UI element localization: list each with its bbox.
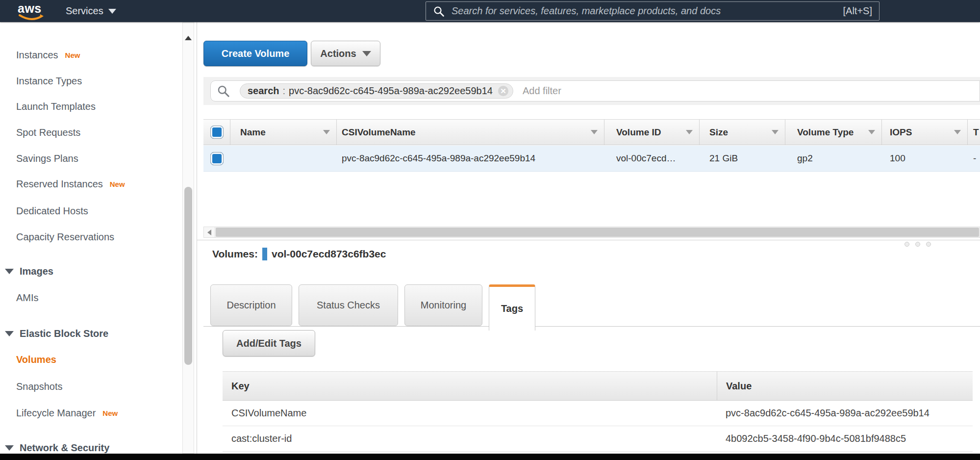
section-collapse-icon xyxy=(5,331,14,336)
tag-key: cast:cluster-id xyxy=(223,433,717,444)
tag-key: CSIVolumeName xyxy=(223,408,717,419)
sidebar-item-instance-types[interactable]: Instance Types xyxy=(0,75,82,87)
row-checkbox[interactable] xyxy=(210,152,224,165)
detail-heading: Volumes: vol-00c7ecd873c6fb3ec xyxy=(212,248,386,260)
column-label: CSIVolumeName xyxy=(337,127,416,138)
horizontal-scrollbar[interactable] xyxy=(203,227,980,238)
sort-icon[interactable] xyxy=(686,130,693,134)
sidebar-item-label: Capacity Reservations xyxy=(16,231,114,243)
sidebar-item-label: Dedicated Hosts xyxy=(16,205,88,217)
create-volume-button[interactable]: Create Volume xyxy=(203,41,307,66)
actions-button[interactable]: Actions xyxy=(311,41,380,66)
tab-monitoring[interactable]: Monitoring xyxy=(404,284,482,326)
row-checkbox-cell xyxy=(203,146,230,171)
sidebar-section-images[interactable]: Images xyxy=(0,265,53,278)
column-label: Volume ID xyxy=(604,127,661,138)
chevron-down-icon xyxy=(362,51,371,56)
volume-table-row[interactable]: pvc-8ac9d62c-c645-495a-989a-ac292ee59b14… xyxy=(203,146,980,172)
cell-iops: 100 xyxy=(882,146,968,171)
sidebar-item-lifecycle-manager[interactable]: Lifecycle Manager New xyxy=(0,407,118,419)
tab-tags[interactable]: Tags xyxy=(489,284,535,331)
top-navbar: aws Services [Alt+S] xyxy=(0,0,980,22)
column-label: IOPS xyxy=(882,127,912,138)
sidebar-item-label: Reserved Instances xyxy=(16,179,103,190)
column-header-iops[interactable]: IOPS xyxy=(882,120,968,145)
column-label: Volume Type xyxy=(785,127,854,138)
tab-status-checks[interactable]: Status Checks xyxy=(299,284,398,326)
column-header-truncated[interactable]: T xyxy=(968,120,980,145)
sidebar-item-capacity-reservations[interactable]: Capacity Reservations xyxy=(0,230,114,243)
selection-marker xyxy=(262,248,267,260)
sort-icon[interactable] xyxy=(591,130,598,134)
sidebar-item-label: Snapshots xyxy=(16,381,63,392)
tab-description[interactable]: Description xyxy=(210,284,292,326)
scroll-up-icon[interactable] xyxy=(185,36,192,40)
column-header-volume-type[interactable]: Volume Type xyxy=(785,120,882,145)
sidebar-section-label: Network & Security xyxy=(20,442,109,454)
bottom-bar xyxy=(0,454,980,460)
cell-truncated: - xyxy=(968,146,980,171)
search-shortcut-hint: [Alt+S] xyxy=(843,5,872,17)
new-badge: New xyxy=(102,409,118,417)
sidebar-item-label: Savings Plans xyxy=(16,153,78,164)
services-label: Services xyxy=(66,5,103,17)
sidebar-item-label: Instance Types xyxy=(16,76,82,87)
scroll-left-icon[interactable] xyxy=(204,227,215,237)
sort-icon[interactable] xyxy=(772,130,779,134)
filter-tag-separator: : xyxy=(283,85,286,97)
column-header-csivolumename[interactable]: CSIVolumeName xyxy=(337,120,604,145)
aws-logo-text: aws xyxy=(18,2,46,15)
sidebar-item-reserved-instances[interactable]: Reserved Instances New xyxy=(0,178,125,190)
services-menu[interactable]: Services xyxy=(62,0,120,22)
search-icon xyxy=(433,5,445,17)
sidebar-scrollbar[interactable] xyxy=(182,22,194,454)
cell-csivolumename: pvc-8ac9d62c-c645-495a-989a-ac292ee59b14 xyxy=(337,146,604,171)
sidebar-item-label: Volumes xyxy=(16,354,56,365)
sidebar-item-amis[interactable]: AMIs xyxy=(0,291,39,304)
global-search-input[interactable] xyxy=(451,5,837,17)
global-search-bar[interactable]: [Alt+S] xyxy=(426,1,879,21)
sort-icon[interactable] xyxy=(868,130,875,134)
horizontal-scrollbar-thumb[interactable] xyxy=(216,228,979,237)
filter-search-box[interactable]: search : pvc-8ac9d62c-c645-495a-989a-ac2… xyxy=(210,80,980,102)
cell-name xyxy=(230,146,337,171)
aws-logo[interactable]: aws xyxy=(18,2,46,21)
select-all-checkbox[interactable] xyxy=(210,126,224,139)
section-collapse-icon xyxy=(5,445,14,451)
add-filter-placeholder[interactable]: Add filter xyxy=(523,85,561,97)
sidebar-scrollbar-thumb[interactable] xyxy=(184,187,192,365)
sidebar-item-spot-requests[interactable]: Spot Requests xyxy=(0,126,80,139)
sidebar-item-snapshots[interactable]: Snapshots xyxy=(0,380,63,393)
sidebar-item-label: Spot Requests xyxy=(16,127,80,138)
sort-icon[interactable] xyxy=(954,130,961,134)
sidebar-item-volumes[interactable]: Volumes xyxy=(0,353,56,366)
cell-volume-type: gp2 xyxy=(785,146,882,171)
sidebar-item-label: AMIs xyxy=(16,292,39,304)
actions-label: Actions xyxy=(320,48,356,59)
pane-resize-handle[interactable] xyxy=(905,242,931,247)
column-label: T xyxy=(968,127,979,138)
selected-volume-id: vol-00c7ecd873c6fb3ec xyxy=(272,248,386,260)
column-header-size[interactable]: Size xyxy=(700,120,785,145)
sidebar-item-savings-plans[interactable]: Savings Plans xyxy=(0,152,78,165)
add-edit-tags-button[interactable]: Add/Edit Tags xyxy=(223,330,315,357)
sidebar-item-instances[interactable]: Instances New xyxy=(0,49,80,61)
remove-filter-icon[interactable]: ✕ xyxy=(498,86,508,96)
sidebar-item-dedicated-hosts[interactable]: Dedicated Hosts xyxy=(0,204,88,217)
sidebar-section-elastic-block-store[interactable]: Elastic Block Store xyxy=(0,327,108,340)
column-header-name[interactable]: Name xyxy=(230,120,337,145)
sidebar-section-label: Elastic Block Store xyxy=(20,328,108,339)
sidebar-item-label: Instances xyxy=(16,50,58,61)
detail-heading-prefix: Volumes: xyxy=(212,248,258,260)
pane-divider xyxy=(197,240,980,240)
volumes-table-header: Name CSIVolumeName Volume ID Size Volume… xyxy=(203,119,980,145)
sidebar-item-launch-templates[interactable]: Launch Templates xyxy=(0,100,96,113)
tags-table-row: CSIVolumeName pvc-8ac9d62c-c645-495a-989… xyxy=(223,401,973,426)
column-header-volume-id[interactable]: Volume ID xyxy=(604,120,700,145)
sidebar-section-label: Images xyxy=(20,266,53,277)
sidebar-section-network-security[interactable]: Network & Security xyxy=(0,441,109,454)
tags-table-header: Key Value xyxy=(223,371,973,401)
filter-tag-value: pvc-8ac9d62c-c645-495a-989a-ac292ee59b14 xyxy=(289,85,493,97)
sort-icon[interactable] xyxy=(323,130,330,134)
filter-tag[interactable]: search : pvc-8ac9d62c-c645-495a-989a-ac2… xyxy=(240,83,513,99)
